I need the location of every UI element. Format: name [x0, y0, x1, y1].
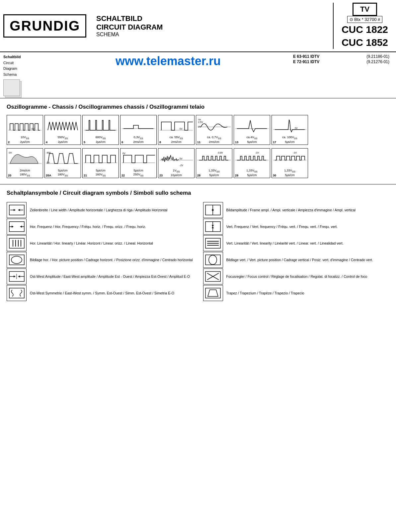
symbol-linewidth-text: Zeilenbreite / Line width / Amplitude ho… [30, 208, 193, 213]
oscillo-item-11: ca. 2,5V 0V ca. 0,7VSS2ms/cm 11 [196, 115, 232, 145]
svg-text:ca.: ca. [198, 118, 201, 121]
label-diagram: Diagram [3, 66, 43, 72]
oscillo-num-5: 5 [84, 141, 85, 144]
title-line3: SCHEMA [96, 32, 333, 38]
page-header: GRUNDIG SCHALTBILD CIRCUIT DIAGRAM SCHEM… [0, 0, 396, 52]
tv-badge: TV [353, 3, 377, 16]
oscillo-row1: 0V 10VSS2µs/cm 2 550VSS2µs/cm 4 600 [7, 115, 389, 145]
oscillo-item-28: -0,8V 1,33VSS5µs/cm 28 [196, 148, 232, 178]
symbol-ewsymm-box [7, 285, 27, 301]
oscillo-item-22: 0V 5µs/cm250VSS 22 [120, 148, 157, 178]
symbol-ewsymm-svg [8, 286, 26, 300]
oscillo-item-13: ca.4VSS5µs/cm 13 [234, 115, 270, 145]
logo-area: GRUNDIG [3, 3, 90, 49]
oscillo-item-29: -1V 1,33VSS5µs/cm 29 [234, 148, 270, 178]
header-right: TV ⊙ Btx * 32700 # CUC 1822 CUC 1852 [333, 3, 393, 49]
oscillo-wave-23: 0V -2V [160, 150, 193, 169]
symbols-left: Zeilenbreite / Line width / Amplitude ho… [7, 202, 193, 301]
oscillo-wave-22: 0V [122, 150, 155, 169]
ref-code-1: (9.21186-01) [366, 54, 389, 59]
oscillo-item-17: 0V ca. 100VSS5µs/cm 17 [272, 115, 308, 145]
symbol-ewamp-text: Ost-West Amplitude / East-West amplitude… [30, 274, 193, 279]
symbol-row-horlins: Hor. Linearität / Hor. linearty / Linéar… [7, 235, 193, 252]
oscillo-label-23: 1VSS10µs/cm [160, 169, 193, 177]
ref-row-2: E 72-911 IDTV (9.21276-01) [293, 59, 389, 64]
svg-text:2,5V: 2,5V [198, 121, 203, 123]
cuc-models: CUC 1822 CUC 1852 [342, 23, 388, 49]
symbol-vertfreq-svg [204, 220, 222, 233]
oscillo-label-29: 1,33VSS5µs/cm [235, 169, 269, 177]
oscillo-label-28: 1,33VSS5µs/cm [198, 169, 231, 177]
oscillo-num-13: 13 [235, 141, 238, 144]
symbol-vertpic-box [203, 252, 223, 268]
website-link[interactable]: www.telemaster.ru [116, 54, 221, 68]
oscillo-wave-28: -0,8V [198, 150, 231, 169]
oscillo-wave-6 [122, 117, 155, 136]
symbol-vertpic-svg [204, 253, 222, 266]
symbol-row-trapez: Trapez / Trapezium / Trapèze / Trapezio … [203, 285, 390, 301]
symbol-row-vertfreq: Vert. Frequenz / Vert. frequency / Fréqu… [203, 218, 390, 235]
oscillo-wave-21 [84, 150, 117, 169]
symbol-vertfreq-text: Vert. Frequenz / Vert. frequency / Fréqu… [226, 224, 390, 229]
symbol-frameamp-svg [204, 203, 222, 217]
oscillo-item-5: 600VSS2µs/cm 5 [82, 115, 119, 145]
oscillo-wave-5 [84, 117, 117, 136]
grundig-logo: GRUNDIG [3, 14, 86, 38]
symbols-title: Schaltplansymbole / Circuit diagram symb… [7, 190, 389, 196]
oscillo-label-8: ca. 55VSS2ms/cm [160, 136, 193, 144]
symbol-row-horfreq: Hor. Frequenz / Hor. Frequency / Fréqu. … [7, 218, 193, 235]
ref-label-2: E 72-911 IDTV [293, 59, 319, 64]
symbol-row-horpic: Bildlage hor. / Hor. picture position / … [7, 252, 193, 268]
svg-text:0V: 0V [180, 128, 183, 130]
oscillo-wave-20: 0V [8, 150, 41, 169]
oscillo-item-20: 0V 2ms/cm180VSS 20 [7, 148, 43, 178]
oscillo-row2: 0V 2ms/cm180VSS 20 80V 0V 5µs/cm180VSS 2… [7, 148, 389, 178]
symbol-trapez-svg [204, 286, 222, 300]
svg-text:0V: 0V [180, 158, 183, 160]
svg-marker-74 [208, 290, 218, 296]
title-line1: SCHALTBILD [96, 14, 333, 23]
symbol-focus-svg [204, 270, 222, 283]
symbol-row-ewsymm: Ost-West Symmetrie / East-West symm. / S… [7, 285, 193, 301]
oscillo-label-17: ca. 100VSS5µs/cm [273, 136, 306, 144]
symbol-ewsymm-text: Ost-West Symmetrie / East-West symm. / S… [30, 291, 193, 296]
oscillo-wave-8: 0V [160, 117, 193, 136]
sub-header: Schaltbild Circuit Diagram Schema www.te… [0, 52, 396, 98]
oscillo-num-11: 11 [197, 141, 200, 144]
oscillo-num-20: 20 [8, 174, 11, 177]
svg-text:-0,8V: -0,8V [217, 152, 223, 154]
svg-marker-49 [14, 275, 16, 277]
ref-code-2: (9.21276-01) [366, 59, 389, 64]
oscillo-label-20: 2ms/cm180VSS [8, 169, 41, 177]
oscillo-item-8: 0V ca. 55VSS2ms/cm 8 [158, 115, 195, 145]
svg-marker-39 [20, 226, 22, 228]
oscillo-item-20a: 80V 0V 5µs/cm180VSS 20A [44, 148, 81, 178]
svg-rect-53 [9, 288, 24, 298]
oscillo-num-6: 6 [121, 141, 123, 144]
svg-marker-51 [18, 275, 20, 277]
oscillo-wave-20a: 80V 0V [46, 150, 79, 169]
oscillo-item-21: 5µs/cm160VSS 21 [82, 148, 119, 178]
svg-text:0V: 0V [295, 127, 298, 129]
svg-marker-34 [18, 209, 20, 211]
oscillo-item-4: 550VSS2µs/cm 4 [44, 115, 81, 145]
oscillo-num-22: 22 [121, 174, 125, 177]
symbol-horlins-box [7, 235, 27, 251]
symbol-vertfreq-box [203, 219, 223, 235]
btx-code: ⊙ Btx * 32700 # [347, 16, 383, 23]
oscillo-label-30: 1,33VSS5µs/cm [273, 169, 306, 177]
symbols-section: Schaltplansymbole / Circuit diagram symb… [0, 184, 396, 307]
symbol-linewidth-box [7, 202, 27, 218]
symbol-frameamp-text: Bildamplitude / Frame ampl. / Ampl. vert… [226, 208, 390, 213]
svg-text:0V: 0V [32, 128, 35, 130]
oscillogram-title: Oszillogramme - Chassis / Oscillogrammes… [7, 104, 389, 110]
oscillogram-section: Oszillogramme - Chassis / Oscillogrammes… [0, 98, 396, 184]
oscillo-num-20a: 20A [46, 174, 51, 177]
symbol-row-frameamp: Bildamplitude / Frame ampl. / Ampl. vert… [203, 202, 390, 218]
website-area[interactable]: www.telemaster.ru [43, 54, 293, 68]
ref-row-1: E 63-911 IDTV (9.21186-01) [293, 54, 389, 59]
symbol-focus-box [203, 268, 223, 284]
symbol-horfreq-box [7, 219, 27, 235]
symbol-row-focus: Focusregler / Focus control / Réglage de… [203, 268, 390, 285]
symbol-horpic-text: Bildlage hor. / Hor. picture position / … [30, 258, 193, 263]
